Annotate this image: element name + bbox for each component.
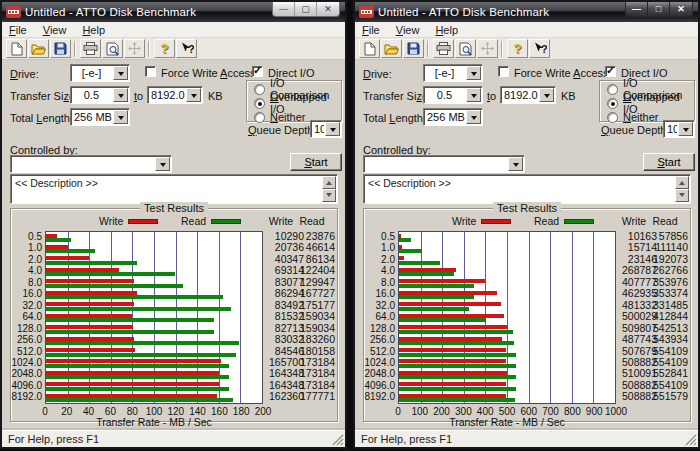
test-results-caption: Test Results	[493, 202, 561, 214]
neither-radio[interactable]	[254, 112, 265, 123]
print-preview-button[interactable]	[102, 39, 123, 58]
size-labels: 0.51.02.04.08.016.032.064.0128.0256.0512…	[364, 231, 395, 403]
title-bar[interactable]: Untitled - ATTO Disk Benchmark — ▢ ✕	[2, 2, 345, 22]
scroll-up-icon[interactable]	[322, 176, 336, 189]
force-write-access-label: Force Write Access	[161, 67, 256, 79]
start-button[interactable]: Start	[643, 153, 695, 171]
title-bar[interactable]: Untitled - ATTO Disk Benchmark — □ ✕	[355, 2, 698, 22]
close-button[interactable]: ✕	[317, 2, 339, 16]
start-button[interactable]: Start	[290, 153, 342, 171]
transfer-size-to-select[interactable]: 8192.0	[147, 86, 203, 104]
bar-row	[399, 312, 615, 323]
window-title: Untitled - ATTO Disk Benchmark	[25, 6, 272, 18]
description-scrollbar[interactable]	[675, 176, 689, 202]
scroll-down-icon[interactable]	[675, 189, 689, 202]
print-preview-button[interactable]	[455, 39, 476, 58]
maximize-button[interactable]: □	[648, 2, 670, 16]
open-file-button[interactable]	[381, 39, 402, 58]
force-write-access-checkbox[interactable]: ✓	[498, 66, 509, 77]
print-button[interactable]	[433, 39, 454, 58]
chevron-down-icon[interactable]	[466, 110, 481, 124]
minimize-button[interactable]: —	[273, 2, 295, 16]
scroll-up-icon[interactable]	[675, 176, 689, 189]
save-button[interactable]	[403, 39, 424, 58]
menu-bar: File View Help	[355, 22, 698, 38]
controlled-by-select[interactable]	[363, 155, 525, 173]
direct-io-checkbox[interactable]: ✓	[252, 66, 263, 77]
transfer-size-from-select[interactable]: 0.5	[423, 86, 483, 104]
chevron-down-icon[interactable]	[466, 88, 481, 102]
print-preview-icon	[106, 42, 119, 56]
move-button[interactable]	[124, 39, 145, 58]
overlapped-io-radio[interactable]	[254, 98, 265, 109]
drive-select[interactable]: [-e-]	[70, 64, 130, 82]
save-button[interactable]	[50, 39, 71, 58]
chevron-down-icon[interactable]	[113, 66, 128, 80]
drive-label: Drive:	[363, 68, 392, 80]
window-title: Untitled - ATTO Disk Benchmark	[378, 6, 625, 18]
resize-grip[interactable]	[684, 433, 697, 446]
neither-radio[interactable]	[607, 112, 618, 123]
move-button[interactable]	[477, 39, 498, 58]
drive-label: Drive:	[10, 68, 39, 80]
overlapped-io-radio[interactable]	[607, 98, 618, 109]
size-labels: 0.51.02.04.08.016.032.064.0128.0256.0512…	[11, 231, 42, 403]
queue-depth-select[interactable]: 10	[310, 120, 342, 138]
description-box[interactable]: << Description >>	[10, 174, 338, 204]
new-file-button[interactable]	[359, 39, 380, 58]
bar-row	[46, 278, 262, 289]
drive-select[interactable]: [-e-]	[423, 64, 483, 82]
close-button[interactable]: ✕	[670, 2, 692, 16]
menu-view[interactable]: View	[43, 24, 67, 36]
chevron-down-icon[interactable]	[113, 110, 128, 124]
total-length-select[interactable]: 256 MB	[70, 108, 130, 126]
bar-row	[46, 381, 262, 392]
resize-grip[interactable]	[331, 433, 344, 446]
context-help-button[interactable]: ?	[176, 39, 197, 58]
toolbar: ? ?	[355, 38, 698, 60]
chevron-down-icon[interactable]	[325, 122, 340, 136]
menu-help[interactable]: Help	[435, 24, 458, 36]
chevron-down-icon[interactable]	[539, 88, 554, 102]
description-box[interactable]: << Description >>	[363, 174, 691, 204]
chevron-down-icon[interactable]	[508, 157, 523, 171]
scroll-down-icon[interactable]	[322, 189, 336, 202]
toolbar: ? ?	[2, 38, 345, 60]
bar-row	[399, 301, 615, 312]
controlled-by-select[interactable]	[10, 155, 172, 173]
chevron-down-icon[interactable]	[155, 157, 170, 171]
maximize-button[interactable]: ▢	[295, 2, 317, 16]
io-comparison-radio[interactable]	[254, 84, 265, 95]
print-button[interactable]	[80, 39, 101, 58]
force-write-access-checkbox[interactable]: ✓	[145, 66, 156, 77]
bar-row	[399, 369, 615, 380]
help-button[interactable]: ?	[154, 39, 175, 58]
new-file-button[interactable]	[6, 39, 27, 58]
chevron-down-icon[interactable]	[113, 88, 128, 102]
menu-file[interactable]: File	[362, 24, 380, 36]
transfer-size-to-select[interactable]: 8192.0	[500, 86, 556, 104]
bar-row	[399, 289, 615, 300]
minimize-button[interactable]: —	[626, 2, 648, 16]
help-button[interactable]: ?	[507, 39, 528, 58]
queue-depth-select[interactable]: 10	[663, 120, 695, 138]
bar-row	[46, 301, 262, 312]
chevron-down-icon[interactable]	[678, 122, 693, 136]
status-text: For Help, press F1	[8, 433, 99, 445]
direct-io-checkbox[interactable]: ✓	[605, 66, 616, 77]
menu-help[interactable]: Help	[82, 24, 105, 36]
window-controls: — □ ✕	[625, 2, 693, 17]
context-help-button[interactable]: ?	[529, 39, 550, 58]
transfer-size-from-select[interactable]: 0.5	[70, 86, 130, 104]
chevron-down-icon[interactable]	[466, 66, 481, 80]
bar-row	[46, 232, 262, 243]
menu-view[interactable]: View	[396, 24, 420, 36]
open-file-button[interactable]	[28, 39, 49, 58]
kb-label: KB	[561, 90, 576, 102]
move-cross-icon	[128, 42, 141, 55]
io-comparison-radio[interactable]	[607, 84, 618, 95]
chevron-down-icon[interactable]	[186, 88, 201, 102]
menu-file[interactable]: File	[9, 24, 27, 36]
total-length-select[interactable]: 256 MB	[423, 108, 483, 126]
description-scrollbar[interactable]	[322, 176, 336, 202]
